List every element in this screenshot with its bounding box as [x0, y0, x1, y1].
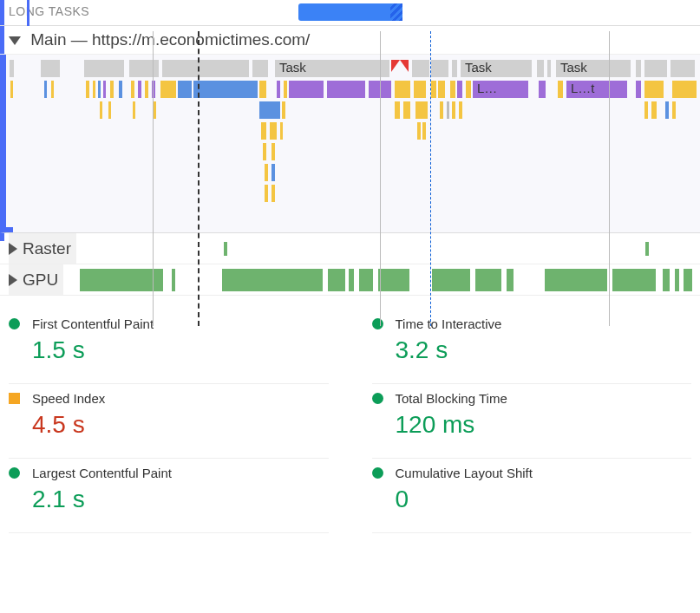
main-thread-header[interactable]: Main — https://m.economictimes.com/	[0, 26, 700, 55]
long-tasks-row[interactable]: LONG TASKS	[0, 0, 700, 26]
collapse-down-icon[interactable]	[9, 36, 21, 45]
status-dot-icon	[372, 393, 383, 404]
metric-si[interactable]: Speed Index 4.5 s	[9, 384, 329, 459]
expand-right-icon[interactable]	[9, 274, 17, 286]
selection-bracket	[1, 227, 13, 232]
status-dot-icon	[9, 318, 20, 329]
metric-value: 0	[396, 486, 692, 513]
metric-value: 2.1 s	[32, 486, 329, 513]
long-task-block[interactable]	[298, 3, 402, 21]
metric-fcp[interactable]: First Contentful Paint 1.5 s	[9, 310, 329, 384]
metric-value: 4.5 s	[32, 411, 329, 439]
metric-label: Cumulative Layout Shift	[396, 466, 533, 480]
metric-label: Total Blocking Time	[396, 391, 507, 406]
raster-track[interactable]: Raster	[0, 233, 700, 264]
status-square-icon	[9, 393, 20, 404]
metric-label: Largest Contentful Paint	[32, 466, 172, 480]
gpu-track[interactable]: GPU	[0, 264, 700, 296]
metric-cls[interactable]: Cumulative Layout Shift 0	[372, 459, 692, 533]
metric-label: Speed Index	[32, 391, 105, 406]
task-block[interactable]: Task	[275, 60, 389, 77]
task-block[interactable]: Task	[556, 60, 631, 77]
status-dot-icon	[372, 467, 383, 479]
task-block[interactable]: Task	[461, 60, 532, 77]
gpu-label: GPU	[9, 264, 63, 295]
metric-label: Time to Interactive	[396, 316, 502, 331]
vertical-gridline	[609, 31, 610, 326]
vertical-dashed-marker	[198, 31, 200, 326]
raster-mark[interactable]	[645, 242, 649, 256]
metric-lcp[interactable]: Largest Contentful Paint 2.1 s	[9, 459, 329, 533]
vertical-blue-marker	[430, 31, 431, 326]
vertical-gridline	[380, 31, 381, 326]
layout-block[interactable]: L…	[473, 81, 528, 98]
metric-tti[interactable]: Time to Interactive 3.2 s	[372, 310, 692, 384]
metric-label: First Contentful Paint	[32, 316, 154, 331]
status-dot-icon	[372, 318, 383, 329]
layout-block[interactable]: L…t	[566, 81, 627, 98]
main-thread-title: Main — https://m.economictimes.com/	[30, 30, 310, 49]
raster-mark[interactable]	[224, 242, 227, 256]
metric-tbt[interactable]: Total Blocking Time 120 ms	[372, 384, 692, 459]
metric-value: 3.2 s	[396, 336, 692, 364]
vertical-gridline	[153, 31, 154, 326]
status-dot-icon	[9, 467, 20, 479]
metric-value: 1.5 s	[32, 336, 329, 364]
metric-value: 120 ms	[396, 411, 692, 439]
main-flame-chart[interactable]: Task Task Task	[0, 55, 700, 233]
time-marker-line	[27, 0, 29, 26]
expand-right-icon[interactable]	[9, 243, 17, 255]
metrics-table: First Contentful Paint 1.5 s Time to Int…	[0, 296, 700, 542]
raster-label: Raster	[9, 233, 76, 264]
